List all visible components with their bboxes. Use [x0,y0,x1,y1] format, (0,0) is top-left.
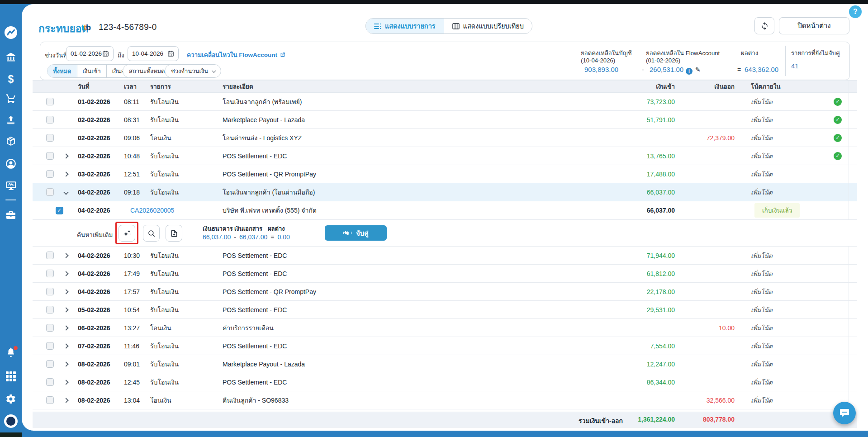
search-documents-button[interactable] [143,225,160,242]
row-checkbox[interactable] [46,98,54,105]
transaction-row[interactable]: 07-02-2026 11:46 รับโอนเงิน POS Settleme… [33,337,857,355]
header-in: เงินเข้า [589,81,675,91]
row-note-action[interactable]: เพิ่มโน้ต [751,151,773,161]
row-note-action[interactable]: เพิ่มโน้ต [751,359,773,369]
auto-match-button[interactable] [119,225,135,242]
matched-document-row[interactable]: ✓ 04-02-2026 CA2026020005 บริษัท พี.เฟรท… [33,201,857,220]
row-time: 12:45 [124,379,150,386]
row-checkbox[interactable] [46,252,54,259]
row-checkbox[interactable] [46,270,54,277]
row-note-action[interactable]: เพิ่มโน้ต [751,97,773,107]
edit-pencil-icon[interactable]: ✎ [695,66,701,73]
transaction-row[interactable]: 02-02-2026 09:06 โอนเงิน โอนค่าขนส่ง - L… [33,129,857,147]
date-to-input[interactable]: 10-04-2026 [128,46,179,61]
document-checkbox[interactable]: ✓ [56,207,63,214]
view-compare-tab[interactable]: แสดงแบบเปรียบเทียบ [444,19,532,33]
info-icon[interactable]: i [686,68,693,75]
row-checkbox[interactable] [46,396,54,404]
cart-icon[interactable] [0,93,22,104]
row-time: 17:49 [124,270,150,277]
bank-balance-label: ยอดคงเหลือในบัญชี [581,48,632,58]
settings-gear-icon[interactable] [0,394,22,404]
user-avatar[interactable] [0,414,22,428]
close-window-button[interactable]: ปิดหน้าต่าง [779,17,849,34]
row-date: 06-02-2026 [78,324,124,332]
row-note-action[interactable]: เพิ่มโน้ต [751,377,773,387]
contacts-icon[interactable] [0,158,22,170]
help-button[interactable]: ? [849,5,862,18]
row-checkbox[interactable] [46,170,54,178]
bank-icon[interactable] [0,52,22,62]
transaction-row[interactable]: 02-02-2026 10:48 รับโอนเงิน POS Settleme… [33,147,857,165]
row-checkbox[interactable] [46,324,54,332]
unmatched-count: 41 [791,62,799,70]
apps-grid-icon[interactable] [0,371,22,381]
document-number-link[interactable]: CA2026020005 [124,207,212,214]
row-checkbox[interactable] [46,188,54,196]
transaction-row[interactable]: 08-02-2026 13:04 โอนเงิน คืนเงินลูกค้า -… [33,391,857,409]
row-note-action[interactable]: เพิ่มโน้ต [751,169,773,179]
row-note-action[interactable]: เพิ่มโน้ต [751,187,773,197]
flowaccount-movement-link[interactable]: ความเคลื่อนไหวใน FlowAccount [187,50,285,60]
header-type: รายการ [150,81,212,91]
row-checkbox[interactable] [46,360,54,368]
notifications-bell-icon[interactable] [0,347,22,358]
row-date: 04-02-2026 [78,252,124,259]
chat-widget-button[interactable] [833,402,856,424]
transaction-row[interactable]: 08-02-2026 12:45 รับโอนเงิน POS Settleme… [33,373,857,391]
transaction-row[interactable]: 06-02-2026 13:27 โอนเงิน ค่าบริการรายเดื… [33,319,857,337]
briefcase-icon[interactable] [0,209,22,220]
calendar-icon [167,50,174,57]
money-icon[interactable]: $ [0,73,22,86]
transaction-row[interactable]: 04-02-2026 09:18 รับโอนเงิน โอนเงินจากลู… [33,183,857,201]
document-date: 04-02-2026 [78,207,124,214]
create-document-button[interactable] [166,225,182,242]
transaction-row[interactable]: 02-02-2026 08:31 รับโอนเงิน Marketplace … [33,111,857,129]
transaction-row[interactable]: 04-02-2026 17:57 รับโอนเงิน POS Settleme… [33,283,857,301]
transaction-row[interactable]: 04-02-2026 17:49 รับโอนเงิน POS Settleme… [33,265,857,283]
monitor-pulse-icon[interactable] [0,180,22,191]
transaction-row[interactable]: 08-02-2026 09:01 รับโอนเงิน Marketplace … [33,355,857,373]
row-checkbox[interactable] [46,134,54,142]
row-time: 10:54 [124,306,150,314]
transaction-row[interactable]: 01-02-2026 08:11 รับโอนเงิน โอนเงินจากลู… [33,93,857,111]
refresh-icon [760,22,769,30]
row-note-action[interactable]: เพิ่มโน้ต [751,305,773,315]
row-time: 08:31 [124,116,150,124]
row-amount-in: 86,344.00 [589,379,675,386]
package-icon[interactable] [0,136,22,147]
tab-money-in[interactable]: เงินเข้า [77,65,106,77]
transaction-row[interactable]: 03-02-2026 12:51 รับโอนเงิน POS Settleme… [33,165,857,183]
row-note-action[interactable]: เพิ่มโน้ต [751,395,773,405]
notification-dot [14,346,18,350]
row-checkbox[interactable] [46,116,54,124]
total-in: 1,361,224.00 [638,416,675,423]
row-checkbox[interactable] [46,378,54,386]
amount-range-dropdown[interactable]: ช่วงจำนวนเงิน [165,64,221,78]
row-note-action[interactable]: เพิ่มโน้ต [751,323,773,333]
row-type: โอนเงิน [150,133,212,143]
row-checkbox[interactable] [46,152,54,160]
row-checkbox[interactable] [46,288,54,295]
transaction-row[interactable]: 04-02-2026 10:30 รับโอนเงิน POS Settleme… [33,247,857,265]
row-date: 02-02-2026 [78,116,124,124]
upload-icon[interactable] [0,114,22,125]
flowaccount-logo[interactable] [0,26,22,39]
row-note-action[interactable]: เพิ่มโน้ต [751,341,773,351]
row-checkbox[interactable] [46,306,54,314]
tab-all[interactable]: ทั้งหมด [47,65,77,77]
row-amount-out: 32,566.00 [675,397,735,404]
match-button[interactable]: จับคู่ [325,225,387,241]
view-list-tab[interactable]: แสดงแบบรายการ [366,19,444,33]
row-note-action[interactable]: เพิ่มโน้ต [751,133,773,143]
transaction-row[interactable]: 05-02-2026 10:54 รับโอนเงิน POS Settleme… [33,301,857,319]
row-note-action[interactable]: เพิ่มโน้ต [751,269,773,279]
row-note-action[interactable]: เพิ่มโน้ต [751,251,773,261]
date-from-input[interactable]: 01-02-2026 [66,46,114,61]
row-note-action[interactable]: เพิ่มโน้ต [751,287,773,297]
row-date: 04-02-2026 [78,189,124,196]
row-time: 09:06 [124,134,150,142]
row-note-action[interactable]: เพิ่มโน้ต [751,115,773,125]
refresh-button[interactable] [754,17,774,34]
row-checkbox[interactable] [46,342,54,350]
